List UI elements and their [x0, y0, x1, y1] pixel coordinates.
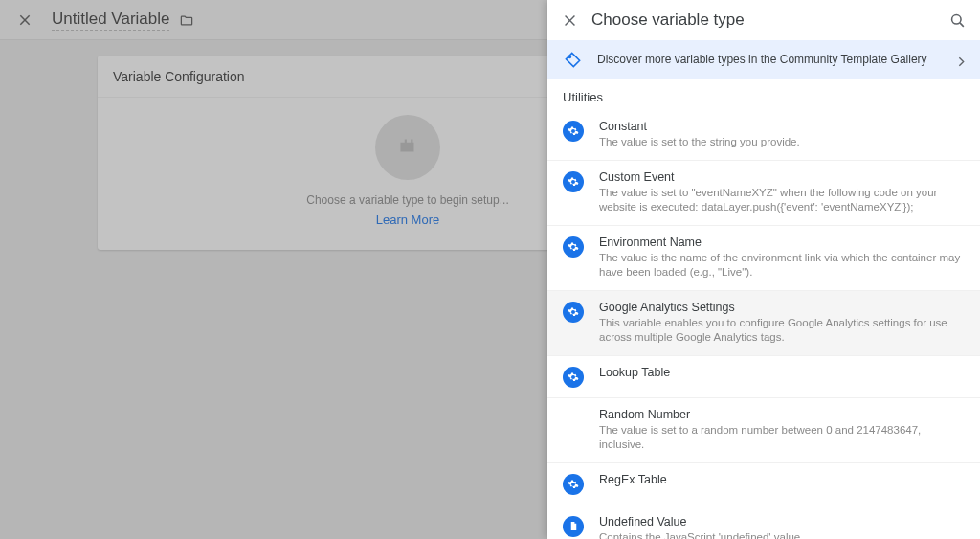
variable-type-custom-event[interactable]: Custom EventThe value is set to "eventNa… [547, 161, 980, 226]
item-content: RegEx Table [599, 473, 965, 488]
item-title: Google Analytics Settings [599, 301, 965, 314]
variable-type-drawer: Choose variable type Discover more varia… [547, 0, 980, 539]
item-title: Constant [599, 120, 965, 133]
variable-type-list: UtilitiesConstantThe value is set to the… [547, 79, 980, 539]
banner-text: Discover more variable types in the Comm… [597, 53, 940, 66]
placeholder-circle [375, 115, 440, 180]
item-title: Random Number [599, 408, 965, 421]
drawer-header: Choose variable type [547, 0, 980, 40]
variable-type-constant[interactable]: ConstantThe value is set to the string y… [547, 110, 980, 161]
variable-type-environment-name[interactable]: Environment NameThe value is the name of… [547, 226, 980, 291]
svg-rect-9 [571, 528, 573, 528]
svg-rect-8 [571, 527, 575, 528]
close-icon[interactable] [17, 12, 33, 28]
item-desc: The value is set to a random number betw… [599, 423, 965, 453]
item-content: Lookup Table [599, 366, 965, 381]
gear-icon [563, 236, 584, 258]
item-desc: Contains the JavaScript 'undefined' valu… [599, 530, 965, 539]
item-desc: The value is the name of the environment… [599, 251, 965, 281]
item-content: Undefined ValueContains the JavaScript '… [599, 515, 965, 539]
variable-type-undefined-value[interactable]: Undefined ValueContains the JavaScript '… [547, 505, 980, 539]
gear-icon [563, 171, 584, 192]
item-title: Lookup Table [599, 366, 965, 379]
section-title-utilities: Utilities [547, 79, 980, 110]
svg-point-4 [951, 14, 961, 24]
variable-type-random-number[interactable]: Random NumberThe value is set to a rando… [547, 398, 980, 463]
item-content: Environment NameThe value is the name of… [599, 236, 965, 281]
item-title: Custom Event [599, 170, 965, 184]
community-gallery-banner[interactable]: Discover more variable types in the Comm… [547, 40, 980, 79]
tag-icon [563, 50, 582, 69]
variable-title[interactable]: Untitled Variable [52, 10, 169, 31]
gear-icon [563, 302, 584, 323]
item-title: RegEx Table [599, 473, 965, 486]
search-icon[interactable] [947, 11, 967, 30]
item-title: Undefined Value [599, 515, 965, 528]
item-desc: This variable enables you to configure G… [599, 316, 965, 346]
item-content: Custom EventThe value is set to "eventNa… [599, 170, 965, 215]
gear-icon [563, 474, 584, 495]
variable-type-lookup-table[interactable]: Lookup Table [547, 356, 980, 398]
item-content: Random NumberThe value is set to a rando… [599, 408, 965, 453]
svg-rect-7 [571, 526, 575, 527]
item-content: Google Analytics SettingsThis variable e… [599, 301, 965, 346]
brick-icon [395, 133, 420, 162]
item-desc: The value is set to "eventNameXYZ" when … [599, 186, 965, 215]
setup-message: Choose a variable type to begin setup... [306, 193, 508, 207]
svg-point-6 [568, 56, 570, 57]
gear-icon [563, 367, 584, 388]
drawer-title: Choose variable type [591, 11, 947, 30]
doc-icon [563, 516, 584, 537]
variable-type-google-analytics-settings[interactable]: Google Analytics SettingsThis variable e… [547, 291, 980, 356]
chevron-right-icon [955, 55, 965, 64]
svg-line-5 [959, 22, 963, 26]
gear-icon [563, 121, 584, 142]
folder-icon[interactable] [179, 13, 194, 27]
item-content: ConstantThe value is set to the string y… [599, 120, 965, 150]
item-desc: The value is set to the string you provi… [599, 135, 965, 150]
variable-type-regex-table[interactable]: RegEx Table [547, 463, 980, 505]
learn-more-link[interactable]: Learn More [376, 213, 439, 227]
close-icon[interactable] [561, 11, 578, 29]
item-title: Environment Name [599, 236, 965, 249]
